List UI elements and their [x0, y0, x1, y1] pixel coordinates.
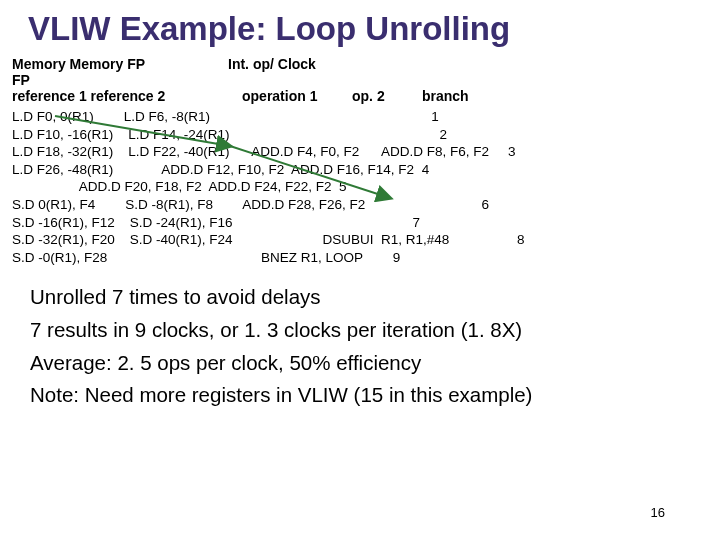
slide-title: VLIW Example: Loop Unrolling [0, 0, 720, 56]
header-operation1: operation 1 [242, 88, 352, 104]
header-op2: op. 2 [352, 88, 422, 104]
notes-list: Unrolled 7 times to avoid delays 7 resul… [0, 266, 720, 411]
note-item: Note: Need more registers in VLIW (15 in… [30, 380, 720, 411]
page-number: 16 [651, 505, 665, 520]
table-row: L.D F0, 0(R1) L.D F6, -8(R1) 1 [12, 108, 720, 126]
instruction-table: L.D F0, 0(R1) L.D F6, -8(R1) 1 L.D F10, … [0, 104, 720, 266]
table-header-line-1: Memory Memory FP FP Int. op/ Clock [0, 56, 720, 88]
table-row: L.D F26, -48(R1) ADD.D F12, F10, F2 ADD.… [12, 161, 720, 179]
table-row: S.D 0(R1), F4 S.D -8(R1), F8 ADD.D F28, … [12, 196, 720, 214]
note-item: 7 results in 9 clocks, or 1. 3 clocks pe… [30, 315, 720, 346]
note-item: Average: 2. 5 ops per clock, 50% efficie… [30, 348, 720, 379]
table-row: S.D -32(R1), F20 S.D -40(R1), F24 DSUBUI… [12, 231, 720, 249]
header-branch: branch [422, 88, 502, 104]
table-row: S.D -0(R1), F28 BNEZ R1, LOOP 9 [12, 249, 720, 267]
note-item: Unrolled 7 times to avoid delays [30, 282, 720, 313]
table-row: L.D F18, -32(R1) L.D F22, -40(R1) ADD.D … [12, 143, 720, 161]
table-row: ADD.D F20, F18, F2 ADD.D F24, F22, F2 5 [12, 178, 720, 196]
table-row: S.D -16(R1), F12 S.D -24(R1), F16 7 [12, 214, 720, 232]
header-mem-fp-1: Memory Memory FP FP [12, 56, 152, 88]
table-header-line-2: reference 1 reference 2 operation 1 op. … [0, 88, 720, 104]
header-intop-clock: Int. op/ Clock [228, 56, 368, 88]
header-ref1-ref2: reference 1 reference 2 [12, 88, 242, 104]
table-row: L.D F10, -16(R1) L.D F14, -24(R1) 2 [12, 126, 720, 144]
